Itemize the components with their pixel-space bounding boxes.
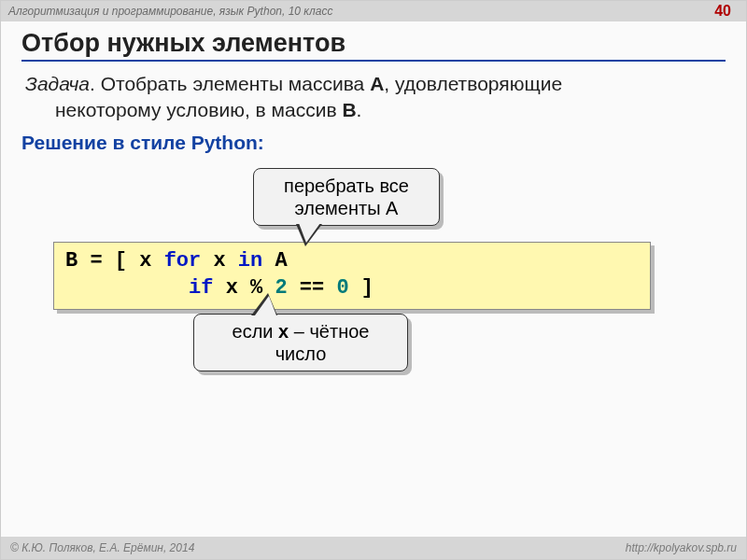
callout-iterate: перебрать все элементы A <box>253 168 440 226</box>
callout-even-after: – чётное <box>289 321 369 342</box>
callout-iterate-l1: перебрать все <box>284 175 409 196</box>
code-t2: x <box>201 249 238 273</box>
code-in: in <box>238 249 262 273</box>
callout-even-x: x <box>278 321 289 342</box>
task-line1b: , удовлетворяющие <box>384 73 562 94</box>
callout-iterate-l2: элементы A <box>295 198 399 218</box>
slide: Алгоритмизация и программирование, язык … <box>0 0 747 560</box>
callout-even-l2: число <box>275 343 327 364</box>
code-zero: 0 <box>336 276 348 300</box>
code-t6: ] <box>349 276 374 300</box>
callout-even: если x – чётное число <box>193 314 408 371</box>
code-t1: B = [ x <box>65 249 164 273</box>
source-url: http://kpolyakov.spb.ru <box>626 541 737 559</box>
footer-bar: © К.Ю. Поляков, Е.А. Ерёмин, 2014 http:/… <box>1 537 746 559</box>
course-title: Алгоритмизация и программирование, язык … <box>8 5 332 18</box>
solution-label: Решение в стиле Python: <box>21 132 726 154</box>
code-block: B = [ x for x in A if x % 2 == 0 ] <box>53 242 651 310</box>
copyright: © К.Ю. Поляков, Е.А. Ерёмин, 2014 <box>10 541 194 559</box>
code-t5: == <box>288 276 337 300</box>
code-indent <box>65 276 189 300</box>
header-bar: Алгоритмизация и программирование, язык … <box>1 1 746 21</box>
task-line2b: . <box>357 99 362 120</box>
task-line2a: некоторому условию, в массив <box>55 99 342 120</box>
page-number: 40 <box>714 3 731 20</box>
task-text: Задача. Отобрать элементы массива A, удо… <box>21 71 726 124</box>
task-line1a: . Отобрать элементы массива <box>90 73 370 94</box>
task-array-b: B <box>342 99 356 120</box>
task-label: Задача <box>25 73 90 94</box>
code-for: for <box>164 249 202 273</box>
task-line2: некоторому условию, в массив B. <box>25 97 726 123</box>
code-t3: A <box>262 249 287 273</box>
callout-iterate-pointer <box>296 224 322 246</box>
slide-title: Отбор нужных элементов <box>21 29 726 62</box>
callout-even-pointer <box>251 293 277 315</box>
content-area: Отбор нужных элементов Задача. Отобрать … <box>1 21 746 154</box>
callout-even-before: если <box>233 321 279 342</box>
code-if: if <box>189 276 213 300</box>
task-array-a: A <box>370 73 384 94</box>
